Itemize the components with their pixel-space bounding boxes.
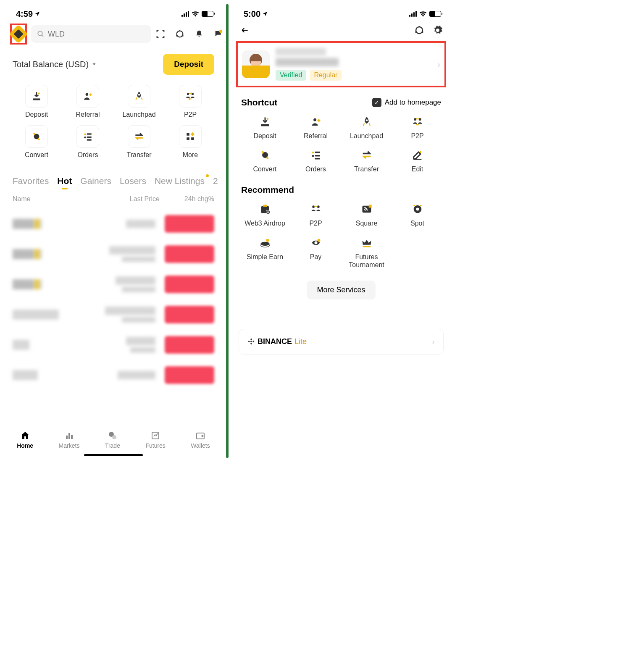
svg-point-51	[416, 208, 419, 211]
svg-rect-17	[191, 132, 195, 136]
col-name[interactable]: Name	[13, 195, 105, 203]
pay-icon	[309, 237, 323, 249]
nav-trade[interactable]: Trade	[105, 430, 120, 449]
svg-rect-21	[68, 433, 70, 439]
recommend-web3-airdrop[interactable]: Web3 Airdrop	[241, 203, 289, 227]
tab-favorites[interactable]: Favorites	[13, 176, 49, 186]
tab-hot[interactable]: Hot	[57, 176, 72, 186]
svg-rect-16	[187, 133, 189, 136]
support-icon[interactable]	[175, 29, 185, 39]
shortcut-edit[interactable]: Edit	[394, 149, 441, 173]
nav-wallets[interactable]: Wallets	[191, 430, 210, 449]
svg-rect-18	[187, 137, 189, 140]
battery-icon	[202, 11, 213, 17]
shortcut-more[interactable]: More	[166, 125, 214, 159]
svg-rect-29	[261, 124, 269, 126]
deposit-icon	[258, 116, 272, 128]
shortcut-deposit[interactable]: Deposit	[241, 116, 289, 140]
messages-icon[interactable]	[213, 29, 223, 39]
shortcut-launchpad[interactable]: Launchpad	[115, 85, 163, 118]
deposit-button[interactable]: Deposit	[163, 54, 214, 75]
market-row[interactable]	[13, 239, 214, 269]
shortcut-grid: Deposit Referral Launchpad P2P Convert O…	[4, 81, 223, 162]
p2p-icon	[179, 85, 202, 108]
svg-point-42	[419, 151, 421, 153]
shortcut-transfer[interactable]: Transfer	[343, 149, 390, 173]
notifications-icon[interactable]	[194, 29, 204, 39]
shortcut-orders[interactable]: Orders	[292, 149, 339, 173]
search-field[interactable]	[48, 30, 145, 39]
more-services-button[interactable]: More Services	[307, 281, 375, 299]
spot-icon	[411, 203, 424, 215]
recommend-simple-earn[interactable]: Simple Earn	[241, 237, 289, 269]
shortcut-transfer[interactable]: Transfer	[115, 125, 163, 159]
home-screen: 4:59 Total Balance (USD) Deposit	[4, 4, 223, 458]
section-title: Shortcut	[241, 97, 277, 108]
shortcut-label: Launchpad	[350, 132, 383, 140]
support-icon[interactable]	[414, 25, 424, 35]
col-price[interactable]: Last Price	[105, 195, 160, 203]
referral-icon	[76, 85, 99, 108]
nav-home[interactable]: Home	[17, 430, 33, 449]
svg-point-8	[187, 93, 189, 95]
profile-card-highlighted[interactable]: Verified Regular ›	[236, 41, 446, 87]
market-row[interactable]	[13, 360, 214, 390]
location-icon	[34, 11, 40, 17]
market-row[interactable]	[13, 269, 214, 299]
tab-new-listings[interactable]: New Listings	[155, 176, 205, 186]
shortcut-referral[interactable]: Referral	[64, 85, 112, 118]
square-icon	[360, 203, 373, 215]
tab-gainers[interactable]: Gainers	[80, 176, 111, 186]
market-row[interactable]	[13, 330, 214, 360]
shortcut-orders[interactable]: Orders	[64, 125, 112, 159]
svg-rect-57	[363, 246, 371, 247]
settings-icon[interactable]	[433, 25, 443, 35]
binance-lite-card[interactable]: BINANCE Lite ›	[239, 329, 444, 354]
shortcut-convert[interactable]: Convert	[241, 149, 289, 173]
recommend-square[interactable]: Square	[343, 203, 390, 227]
profile-screen: 5:00 Verified Regular ›	[232, 4, 450, 458]
p2p-icon	[309, 203, 323, 215]
search-input[interactable]	[31, 25, 151, 43]
balance-label[interactable]: Total Balance (USD)	[13, 60, 97, 69]
svg-point-30	[266, 118, 268, 120]
shortcut-label: Transfer	[354, 165, 379, 173]
cellular-icon	[409, 11, 417, 17]
shortcut-launchpad[interactable]: Launchpad	[343, 116, 390, 140]
svg-point-24	[112, 435, 116, 439]
shortcut-convert[interactable]: Convert	[13, 125, 60, 159]
section-title: Recommend	[241, 185, 294, 195]
launchpad-icon	[360, 116, 373, 128]
back-button[interactable]	[239, 26, 250, 34]
shortcut-deposit[interactable]: Deposit	[13, 85, 60, 118]
market-row[interactable]	[13, 299, 214, 330]
shortcut-p2p[interactable]: P2P	[394, 116, 441, 140]
svg-point-7	[138, 94, 140, 96]
svg-line-1	[42, 35, 43, 37]
screen-divider	[226, 4, 229, 458]
add-to-homepage-toggle[interactable]: ✓ Add to homepage	[372, 98, 441, 107]
market-row[interactable]	[13, 209, 214, 239]
nav-markets[interactable]: Markets	[59, 430, 80, 449]
recommend-futures-tournament[interactable]: Futures Tournament	[343, 237, 390, 269]
recommend-p2p[interactable]: P2P	[292, 203, 339, 227]
tab-more[interactable]: 2	[213, 176, 218, 186]
shortcut-label: Deposit	[253, 132, 276, 140]
shortcut-label: Convert	[253, 165, 276, 173]
shortcut-p2p[interactable]: P2P	[166, 85, 214, 118]
recommend-pay[interactable]: Pay	[292, 237, 339, 269]
scan-icon[interactable]	[155, 29, 166, 39]
svg-rect-20	[66, 436, 68, 439]
app-logo-highlighted[interactable]	[10, 24, 27, 45]
shortcut-label: Square	[356, 219, 378, 227]
tab-losers[interactable]: Losers	[120, 176, 146, 186]
status-indicators	[181, 11, 213, 17]
airdrop-icon	[258, 203, 272, 215]
col-chg[interactable]: 24h chg%	[160, 195, 214, 203]
search-icon	[37, 30, 45, 38]
shortcut-referral[interactable]: Referral	[292, 116, 339, 140]
recommend-spot[interactable]: Spot	[394, 203, 441, 227]
shortcut-label: Web3 Airdrop	[244, 219, 285, 227]
nav-futures[interactable]: Futures	[145, 430, 165, 449]
svg-point-0	[38, 31, 42, 36]
